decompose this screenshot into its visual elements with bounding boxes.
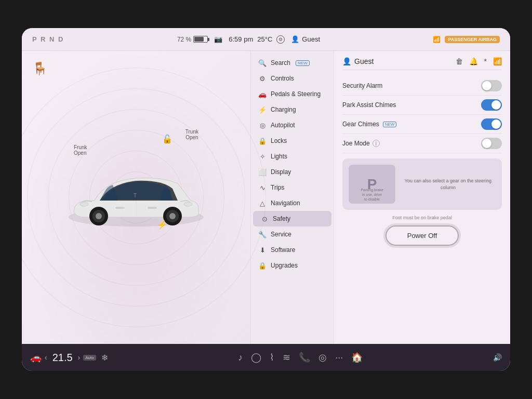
joe-mode-knob [482, 139, 491, 148]
user-info: 👤 Guest [291, 35, 320, 43]
energy-icon[interactable]: ◎ [318, 352, 327, 363]
battery-percentage: 72 % [177, 36, 191, 43]
unlock-icon: 🔓 [162, 134, 172, 144]
svg-text:T: T [134, 193, 137, 198]
home-icon[interactable]: 🏠 [351, 352, 363, 363]
more-icon[interactable]: ··· [335, 352, 343, 363]
music-icon[interactable]: ♪ [238, 352, 243, 363]
search-label: Search [271, 59, 290, 66]
lights-label: Lights [271, 153, 287, 160]
fan-icon[interactable]: ❄ [101, 353, 108, 363]
taskbar-left: 🚗 ‹ 21.5 › Auto ❄ [30, 352, 108, 364]
auto-badge: Auto [83, 355, 96, 361]
chevron-left-icon[interactable]: ‹ [45, 353, 47, 362]
park-assist-knob [491, 100, 501, 110]
battery-info: 72 % [177, 36, 208, 43]
search-icon: 🔍 [258, 59, 267, 67]
locks-label: Locks [271, 137, 287, 144]
autopilot-label: Autopilot [271, 122, 295, 129]
seat-warning-icon: 🪑 [32, 61, 48, 76]
svg-rect-3 [148, 207, 157, 209]
svg-point-6 [96, 213, 102, 219]
park-visual-text: Parking brakein use, driveto disable [358, 188, 385, 202]
status-center: 72 % 📷 6:59 pm 25°C ⚙ 👤 Guest [177, 35, 320, 44]
settings-circle-icon: ⚙ [276, 35, 285, 44]
gear-chimes-badge: NEW [383, 122, 397, 127]
locks-icon: 🔒 [258, 137, 267, 145]
steering-icon[interactable]: ⌇ [270, 352, 274, 363]
status-right: 📶 PASSENGER AIRBAG [433, 36, 500, 43]
svg-rect-2 [115, 207, 125, 209]
wifi-icon[interactable]: 📶 [493, 57, 502, 65]
trash-icon[interactable]: 🗑 [456, 57, 463, 65]
foot-brake-text: Foot must be on brake pedal [342, 215, 502, 220]
media-icon[interactable]: ◯ [251, 352, 261, 363]
search-new-badge: NEW [296, 60, 310, 66]
sidebar-item-pedals[interactable]: 🚗 Pedals & Steering [251, 86, 334, 102]
wifi-icon: 📶 [433, 36, 441, 43]
park-steering-text: You can also select a gear on the steeri… [401, 178, 496, 191]
car-panel: 🪑 FrunkOpen TrunkOpen 🔓 ⚡ [22, 51, 250, 344]
gear-chimes-row: Gear Chimes NEW [342, 115, 502, 134]
sidebar-item-lights[interactable]: ✧ Lights [251, 149, 334, 164]
taskbar-center: ♪ ◯ ⌇ ≋ 📞 ◎ ··· 🏠 [238, 352, 363, 363]
park-assist-toggle[interactable] [481, 99, 502, 111]
controls-icon: ⚙ [258, 74, 267, 83]
battery-fill [194, 37, 203, 42]
park-assist-label: Park Assist Chimes [342, 101, 396, 109]
search-item[interactable]: 🔍 Search NEW [251, 55, 334, 71]
software-label: Software [271, 246, 295, 254]
car-svg: T [63, 150, 209, 243]
bell-icon[interactable]: 🔔 [469, 57, 478, 65]
tesla-screen: P R N D 72 % 📷 6:59 pm 25°C ⚙ 👤 Guest 📶 … [22, 28, 510, 371]
sidebar-item-controls[interactable]: ⚙ Controls [251, 71, 334, 86]
security-alarm-knob [482, 81, 491, 90]
wipers-icon[interactable]: ≋ [283, 352, 290, 363]
trunk-label: TrunkOpen [185, 129, 198, 140]
joe-mode-info-icon[interactable]: i [373, 140, 380, 147]
taskbar-car-icon[interactable]: 🚗 [30, 352, 42, 363]
battery-icon [193, 36, 208, 43]
sidebar-item-software[interactable]: ⬇ Software [251, 242, 334, 258]
phone-icon[interactable]: 📞 [299, 352, 310, 363]
charging-label: Charging [271, 106, 296, 113]
status-bar: P R N D 72 % 📷 6:59 pm 25°C ⚙ 👤 Guest 📶 … [22, 28, 510, 51]
power-off-button[interactable]: Power Off [385, 225, 459, 246]
chevron-right-icon[interactable]: › [78, 353, 81, 362]
svg-point-11 [184, 202, 192, 206]
park-visual: P Parking brakein use, driveto disable [349, 165, 395, 204]
gear-chimes-toggle[interactable] [481, 118, 502, 130]
sidebar-item-upgrades[interactable]: 🔒 Upgrades [251, 258, 334, 273]
joe-mode-label: Joe Mode i [342, 140, 380, 147]
taskbar-right: 🔊 [493, 353, 502, 362]
sidebar-item-charging[interactable]: ⚡ Charging [251, 102, 334, 117]
safety-label: Safety [273, 215, 290, 222]
volume-icon[interactable]: 🔊 [493, 353, 502, 362]
park-assist-card: P Parking brakein use, driveto disable Y… [342, 158, 502, 210]
guest-title: 👤 Guest [342, 57, 374, 65]
charging-icon: ⚡ [258, 105, 267, 114]
joe-mode-toggle[interactable] [481, 138, 502, 149]
controls-label: Controls [271, 75, 294, 82]
park-assist-row: Park Assist Chimes [342, 96, 502, 115]
power-off-container: Power Off [342, 225, 502, 246]
joe-mode-row: Joe Mode i [342, 134, 502, 153]
security-alarm-toggle[interactable] [481, 80, 502, 91]
guest-name: Guest [354, 57, 374, 65]
frunk-label: FrunkOpen [74, 144, 87, 156]
sidebar-item-locks[interactable]: 🔒 Locks [251, 133, 334, 149]
trips-label: Trips [271, 184, 284, 191]
taskbar: 🚗 ‹ 21.5 › Auto ❄ ♪ ◯ ⌇ ≋ 📞 ◎ ··· 🏠 🔊 [22, 344, 510, 371]
upgrades-label: Upgrades [271, 262, 298, 269]
sidebar-item-service[interactable]: 🔧 Service [251, 227, 334, 242]
gear-chimes-knob [491, 119, 501, 129]
display-label: Display [271, 168, 291, 176]
software-icon: ⬇ [258, 246, 267, 254]
security-alarm-label: Security Alarm [342, 82, 382, 89]
charging-bolt-icon: ⚡ [157, 220, 167, 230]
sidebar-item-autopilot[interactable]: ◎ Autopilot [251, 117, 334, 133]
bluetooth-icon[interactable]: * [484, 57, 487, 65]
settings-header: 👤 Guest 🗑 🔔 * 📶 [342, 57, 502, 70]
user-icon: 👤 [291, 35, 299, 43]
odometer: 21.5 [52, 352, 73, 364]
